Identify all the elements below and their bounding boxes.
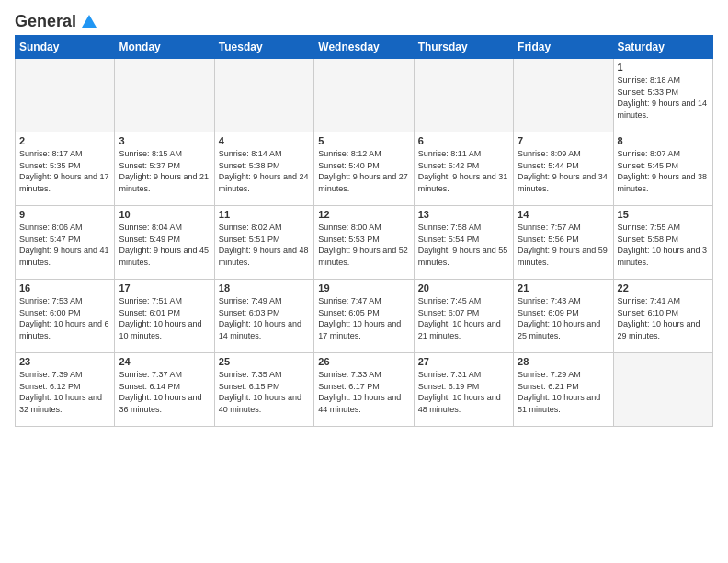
day-info: Sunrise: 7:33 AM Sunset: 6:17 PM Dayligh… (318, 369, 409, 415)
calendar-cell: 18Sunrise: 7:49 AM Sunset: 6:03 PM Dayli… (214, 280, 313, 353)
day-number: 19 (318, 282, 409, 293)
day-number: 11 (219, 209, 310, 220)
day-number: 25 (219, 356, 310, 367)
calendar-cell: 21Sunrise: 7:43 AM Sunset: 6:09 PM Dayli… (514, 280, 613, 353)
calendar-table: Sunday Monday Tuesday Wednesday Thursday… (15, 35, 713, 427)
calendar-cell: 12Sunrise: 8:00 AM Sunset: 5:53 PM Dayli… (314, 206, 414, 280)
day-info: Sunrise: 7:41 AM Sunset: 6:10 PM Dayligh… (618, 295, 709, 341)
day-number: 10 (119, 209, 210, 220)
day-number: 1 (618, 62, 709, 73)
day-number: 20 (418, 282, 509, 293)
calendar-cell: 20Sunrise: 7:45 AM Sunset: 6:07 PM Dayli… (414, 280, 513, 353)
header-wednesday: Wednesday (314, 36, 414, 59)
calendar-cell: 4Sunrise: 8:14 AM Sunset: 5:38 PM Daylig… (214, 132, 313, 206)
calendar-cell: 8Sunrise: 8:07 AM Sunset: 5:45 PM Daylig… (613, 132, 712, 206)
day-number: 15 (618, 209, 709, 220)
day-number: 13 (418, 209, 509, 220)
calendar-cell (314, 59, 414, 132)
calendar-cell (214, 59, 313, 132)
day-number: 4 (219, 135, 310, 146)
calendar-cell: 15Sunrise: 7:55 AM Sunset: 5:58 PM Dayli… (613, 206, 712, 280)
calendar-header-row: Sunday Monday Tuesday Wednesday Thursday… (16, 36, 713, 59)
calendar-cell (414, 59, 513, 132)
calendar-cell: 17Sunrise: 7:51 AM Sunset: 6:01 PM Dayli… (115, 280, 214, 353)
calendar-cell (16, 59, 115, 132)
calendar-cell: 19Sunrise: 7:47 AM Sunset: 6:05 PM Dayli… (314, 280, 414, 353)
calendar-cell: 26Sunrise: 7:33 AM Sunset: 6:17 PM Dayli… (314, 353, 414, 427)
calendar-cell: 3Sunrise: 8:15 AM Sunset: 5:37 PM Daylig… (115, 132, 214, 206)
day-number: 17 (119, 282, 210, 293)
day-number: 26 (318, 356, 409, 367)
calendar-week-row: 16Sunrise: 7:53 AM Sunset: 6:00 PM Dayli… (16, 280, 713, 353)
header-saturday: Saturday (613, 36, 712, 59)
day-info: Sunrise: 8:02 AM Sunset: 5:51 PM Dayligh… (219, 222, 310, 268)
day-number: 27 (418, 356, 509, 367)
day-number: 22 (618, 282, 709, 293)
day-info: Sunrise: 8:15 AM Sunset: 5:37 PM Dayligh… (119, 148, 210, 194)
calendar-cell: 27Sunrise: 7:31 AM Sunset: 6:19 PM Dayli… (414, 353, 513, 427)
calendar-cell: 10Sunrise: 8:04 AM Sunset: 5:49 PM Dayli… (115, 206, 214, 280)
day-info: Sunrise: 7:51 AM Sunset: 6:01 PM Dayligh… (119, 295, 210, 341)
header: General (15, 11, 713, 28)
day-number: 16 (19, 282, 110, 293)
day-number: 8 (618, 135, 709, 146)
day-info: Sunrise: 7:39 AM Sunset: 6:12 PM Dayligh… (19, 369, 110, 415)
day-info: Sunrise: 8:00 AM Sunset: 5:53 PM Dayligh… (318, 222, 409, 268)
calendar-cell: 24Sunrise: 7:37 AM Sunset: 6:14 PM Dayli… (115, 353, 214, 427)
header-monday: Monday (115, 36, 214, 59)
day-info: Sunrise: 8:04 AM Sunset: 5:49 PM Dayligh… (119, 222, 210, 268)
calendar-cell: 11Sunrise: 8:02 AM Sunset: 5:51 PM Dayli… (214, 206, 313, 280)
page: General Sunday Monday Tuesday Wednesday … (0, 0, 728, 438)
calendar-cell: 9Sunrise: 8:06 AM Sunset: 5:47 PM Daylig… (16, 206, 115, 280)
day-info: Sunrise: 7:55 AM Sunset: 5:58 PM Dayligh… (618, 222, 709, 268)
day-number: 23 (19, 356, 110, 367)
day-info: Sunrise: 7:35 AM Sunset: 6:15 PM Dayligh… (219, 369, 310, 415)
day-number: 3 (119, 135, 210, 146)
calendar-cell: 25Sunrise: 7:35 AM Sunset: 6:15 PM Dayli… (214, 353, 313, 427)
header-friday: Friday (514, 36, 613, 59)
calendar-cell: 7Sunrise: 8:09 AM Sunset: 5:44 PM Daylig… (514, 132, 613, 206)
calendar-week-row: 23Sunrise: 7:39 AM Sunset: 6:12 PM Dayli… (16, 353, 713, 427)
calendar-cell (613, 353, 712, 427)
logo-icon (78, 11, 98, 31)
day-info: Sunrise: 8:14 AM Sunset: 5:38 PM Dayligh… (219, 148, 310, 194)
calendar-cell: 2Sunrise: 8:17 AM Sunset: 5:35 PM Daylig… (16, 132, 115, 206)
calendar-week-row: 2Sunrise: 8:17 AM Sunset: 5:35 PM Daylig… (16, 132, 713, 206)
day-info: Sunrise: 7:53 AM Sunset: 6:00 PM Dayligh… (19, 295, 110, 341)
day-info: Sunrise: 8:17 AM Sunset: 5:35 PM Dayligh… (19, 148, 110, 194)
calendar-cell: 5Sunrise: 8:12 AM Sunset: 5:40 PM Daylig… (314, 132, 414, 206)
calendar-cell: 23Sunrise: 7:39 AM Sunset: 6:12 PM Dayli… (16, 353, 115, 427)
logo-general-text: General (15, 12, 76, 31)
calendar-cell: 28Sunrise: 7:29 AM Sunset: 6:21 PM Dayli… (514, 353, 613, 427)
day-number: 24 (119, 356, 210, 367)
day-number: 6 (418, 135, 509, 146)
day-number: 9 (19, 209, 110, 220)
calendar-week-row: 1Sunrise: 8:18 AM Sunset: 5:33 PM Daylig… (16, 59, 713, 132)
calendar-cell: 22Sunrise: 7:41 AM Sunset: 6:10 PM Dayli… (613, 280, 712, 353)
day-info: Sunrise: 7:45 AM Sunset: 6:07 PM Dayligh… (418, 295, 509, 341)
calendar-cell (514, 59, 613, 132)
calendar-cell (115, 59, 214, 132)
day-number: 14 (518, 209, 609, 220)
day-info: Sunrise: 8:12 AM Sunset: 5:40 PM Dayligh… (318, 148, 409, 194)
day-number: 7 (518, 135, 609, 146)
calendar-cell: 16Sunrise: 7:53 AM Sunset: 6:00 PM Dayli… (16, 280, 115, 353)
day-number: 28 (518, 356, 609, 367)
day-info: Sunrise: 7:43 AM Sunset: 6:09 PM Dayligh… (518, 295, 609, 341)
day-info: Sunrise: 7:29 AM Sunset: 6:21 PM Dayligh… (518, 369, 609, 415)
header-sunday: Sunday (16, 36, 115, 59)
day-info: Sunrise: 7:37 AM Sunset: 6:14 PM Dayligh… (119, 369, 210, 415)
calendar-week-row: 9Sunrise: 8:06 AM Sunset: 5:47 PM Daylig… (16, 206, 713, 280)
day-number: 5 (318, 135, 409, 146)
day-info: Sunrise: 8:11 AM Sunset: 5:42 PM Dayligh… (418, 148, 509, 194)
day-info: Sunrise: 7:57 AM Sunset: 5:56 PM Dayligh… (518, 222, 609, 268)
day-number: 12 (318, 209, 409, 220)
day-info: Sunrise: 7:31 AM Sunset: 6:19 PM Dayligh… (418, 369, 509, 415)
calendar-cell: 1Sunrise: 8:18 AM Sunset: 5:33 PM Daylig… (613, 59, 712, 132)
day-info: Sunrise: 8:07 AM Sunset: 5:45 PM Dayligh… (618, 148, 709, 194)
header-thursday: Thursday (414, 36, 513, 59)
day-info: Sunrise: 8:06 AM Sunset: 5:47 PM Dayligh… (19, 222, 110, 268)
calendar-cell: 14Sunrise: 7:57 AM Sunset: 5:56 PM Dayli… (514, 206, 613, 280)
day-info: Sunrise: 8:09 AM Sunset: 5:44 PM Dayligh… (518, 148, 609, 194)
svg-marker-0 (82, 15, 97, 28)
